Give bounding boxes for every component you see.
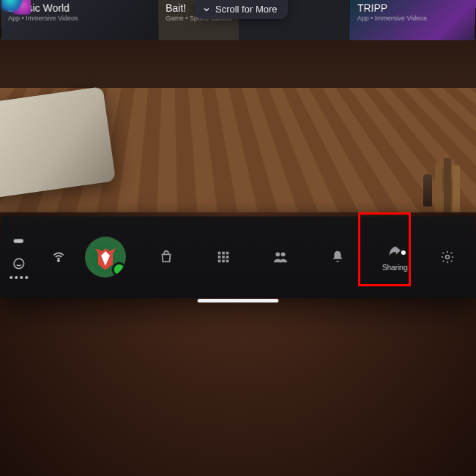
menu-left-cluster [0,235,37,279]
svg-rect-13 [218,260,221,263]
svg-rect-8 [222,252,225,255]
bell-icon [330,249,346,265]
profile-avatar[interactable] [84,237,126,278]
nav-store[interactable] [144,228,190,286]
gear-icon [440,250,455,264]
scroll-more-label: Scroll for More [215,4,278,15]
room-books [435,154,472,212]
card-sub: App • Immersive Videos [357,15,476,22]
share-indicator-dot [401,250,406,255]
room-statuette [423,174,432,207]
nav-apps[interactable] [201,228,246,286]
svg-rect-15 [226,260,229,263]
svg-rect-14 [222,260,225,263]
chevron-down-icon [202,5,211,14]
status-cluster [37,250,81,264]
nav-notifications[interactable] [315,228,361,286]
wifi-icon[interactable] [51,250,66,264]
vr-home-scene: urassic World App • Immersive Videos Bai… [0,0,476,476]
store-icon [158,249,174,265]
share-icon [387,243,403,259]
svg-rect-10 [218,256,221,259]
home-indicator[interactable] [198,299,279,302]
card-sub: App • Immersive Videos [8,15,151,22]
tripp-art [1,0,31,15]
people-icon [272,249,289,265]
store-card-tripp[interactable]: TRIPP App • Immersive Videos [349,0,476,40]
svg-point-2 [14,259,24,268]
scroll-more-pill[interactable]: Scroll for More [195,0,288,19]
controller-icon[interactable] [13,235,25,247]
svg-point-17 [281,252,286,256]
presence-dot [112,262,127,277]
universal-menu: Sharing [0,216,476,298]
svg-point-18 [445,256,449,259]
svg-rect-12 [226,256,229,259]
more-dots-icon[interactable] [10,276,28,279]
card-title: TRIPP [357,3,476,14]
apps-grid-icon [215,249,231,265]
nav-sharing-label: Sharing [382,263,408,271]
nav-people[interactable] [258,228,303,286]
svg-rect-7 [218,252,221,255]
svg-rect-9 [226,252,229,255]
menu-nav: Sharing [138,216,476,298]
nav-sharing[interactable]: Sharing [371,228,417,286]
svg-point-3 [58,260,59,261]
chat-icon[interactable] [12,257,26,270]
nav-settings[interactable] [429,250,466,264]
svg-rect-11 [222,256,225,259]
room-pillow [0,86,116,199]
svg-point-16 [275,252,280,256]
